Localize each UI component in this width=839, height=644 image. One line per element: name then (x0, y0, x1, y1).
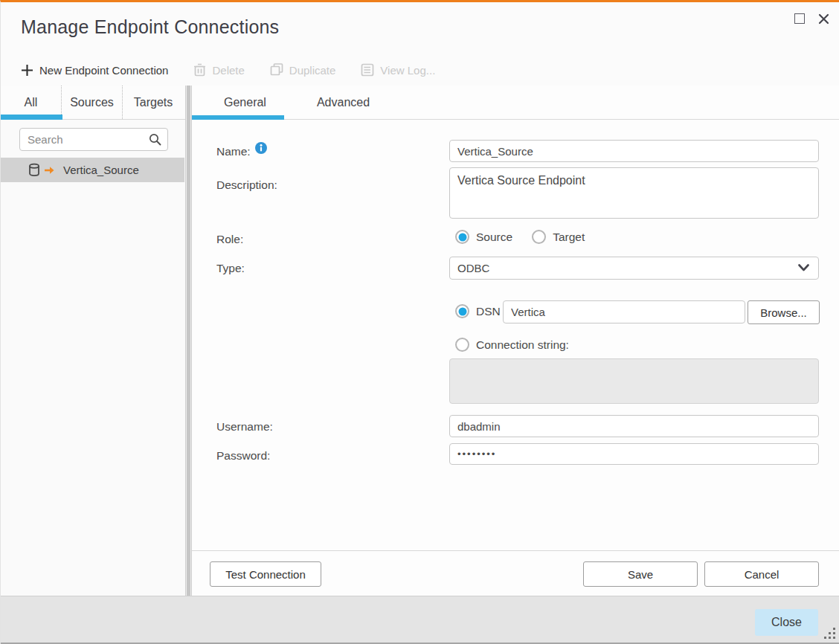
role-label: Role: (216, 233, 243, 246)
search-box (19, 128, 168, 151)
endpoint-item-name: Vertica_Source (63, 164, 139, 176)
dsn-radio-row: DSN (455, 304, 501, 318)
name-label: Name: (216, 145, 251, 158)
username-label: Username: (216, 420, 273, 434)
manage-endpoint-connections-dialog: Manage Endpoint Connections New Endpoint… (0, 0, 839, 644)
tab-advanced[interactable]: Advanced (317, 96, 370, 109)
sidebar-splitter[interactable] (185, 86, 192, 596)
detail-tabs: General Advanced (192, 86, 839, 120)
search-input[interactable] (19, 128, 168, 151)
tab-all-label: All (25, 96, 38, 109)
view-log-button[interactable]: View Log... (361, 63, 435, 77)
resize-grip[interactable] (823, 628, 835, 640)
tab-targets-label: Targets (134, 96, 173, 109)
sidebar-filter-tabs: All Sources Targets (1, 86, 185, 120)
endpoint-list-sidebar: All Sources Targets (1, 86, 185, 596)
tab-targets[interactable]: Targets (123, 86, 184, 119)
toolbar: New Endpoint Connection Delete Duplicate… (1, 54, 839, 86)
splitter-handle (187, 86, 190, 596)
view-log-label: View Log... (380, 64, 435, 77)
dialog-body: All Sources Targets (1, 86, 839, 596)
active-detail-tab-indicator (192, 115, 284, 120)
type-dropdown-value: ODBC (457, 262, 489, 274)
role-target-radio[interactable] (532, 230, 546, 244)
page-title: Manage Endpoint Connections (21, 16, 279, 38)
plus-icon (21, 64, 33, 77)
delete-label: Delete (212, 64, 244, 77)
tab-advanced-label: Advanced (317, 96, 370, 109)
connection-string-radio-row: Connection string: (455, 338, 569, 352)
dialog-footer-bar: Close (1, 596, 839, 643)
role-target-label: Target (553, 231, 585, 244)
tab-general-label: General (224, 96, 266, 109)
dsn-label: DSN (476, 305, 501, 318)
connection-string-field (449, 358, 819, 404)
browse-button[interactable]: Browse... (748, 300, 820, 324)
duplicate-button[interactable]: Duplicate (270, 63, 336, 77)
type-label: Type: (216, 262, 245, 275)
active-tab-indicator (1, 115, 62, 120)
source-arrow-icon (44, 166, 55, 175)
info-icon[interactable] (255, 142, 267, 154)
list-item-vertica-source[interactable]: Vertica_Source (1, 158, 184, 182)
view-log-icon (361, 63, 374, 77)
name-label-row: Name: (216, 145, 267, 158)
duplicate-icon (270, 63, 283, 77)
form-footer-divider (192, 550, 839, 551)
role-radio-group: Source Target (455, 230, 585, 244)
dsn-field[interactable] (503, 300, 745, 323)
window-controls (794, 12, 830, 25)
description-label: Description: (216, 178, 277, 192)
title-bar: Manage Endpoint Connections (1, 4, 839, 54)
connection-string-radio[interactable] (455, 338, 469, 352)
cancel-button[interactable]: Cancel (704, 561, 819, 587)
name-field[interactable] (449, 140, 819, 162)
connection-string-label: Connection string: (476, 338, 569, 352)
delete-button[interactable]: Delete (193, 63, 244, 77)
tab-sources-label: Sources (70, 96, 114, 109)
chevron-down-icon (798, 264, 809, 272)
password-field[interactable] (449, 443, 819, 465)
description-field[interactable] (449, 167, 819, 219)
save-button[interactable]: Save (583, 561, 698, 587)
close-button[interactable]: Close (755, 609, 818, 636)
new-endpoint-connection-button[interactable]: New Endpoint Connection (21, 64, 168, 77)
username-field[interactable] (449, 415, 819, 437)
test-connection-button[interactable]: Test Connection (210, 561, 321, 587)
endpoint-detail-panel: General Advanced Name: Description: Role… (192, 86, 839, 596)
role-source-radio[interactable] (455, 230, 469, 244)
dsn-radio[interactable] (455, 304, 469, 318)
maximize-icon[interactable] (794, 13, 805, 24)
close-icon[interactable] (817, 12, 830, 25)
password-label: Password: (216, 449, 270, 463)
database-icon (28, 163, 40, 177)
role-source-label: Source (476, 231, 512, 244)
tab-all[interactable]: All (1, 86, 62, 119)
new-endpoint-connection-label: New Endpoint Connection (39, 64, 168, 77)
tab-sources[interactable]: Sources (62, 86, 123, 119)
trash-icon (193, 63, 206, 77)
search-icon (149, 133, 161, 146)
tab-general[interactable]: General (224, 96, 266, 109)
type-dropdown[interactable]: ODBC (449, 257, 819, 280)
duplicate-label: Duplicate (289, 64, 336, 77)
